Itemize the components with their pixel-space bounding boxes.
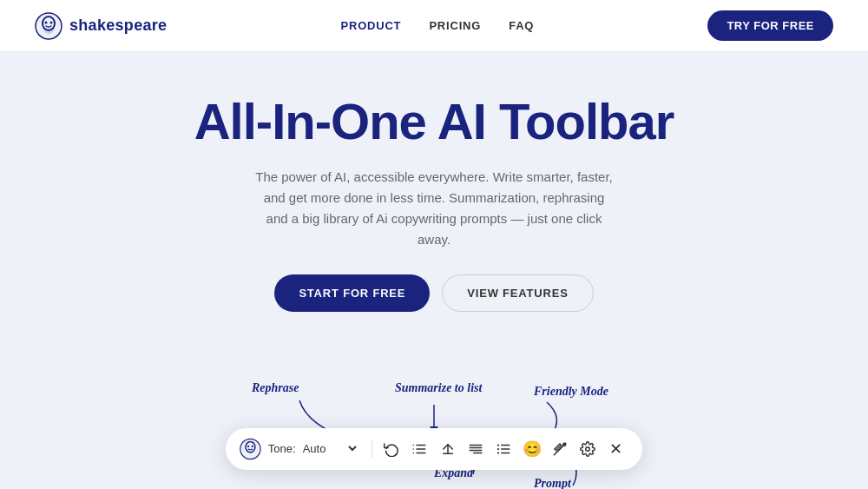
toolbar-divider-1	[372, 440, 372, 458]
annotation-friendly-mode: Friendly Mode	[534, 385, 608, 399]
svg-point-34	[586, 447, 590, 452]
expand-button[interactable]	[435, 435, 459, 463]
nav-link-product[interactable]: PRODUCT	[340, 19, 401, 32]
toolbar-logo-icon	[240, 437, 261, 461]
toolbar-bar: Tone: Auto Formal Casual Friendly	[226, 428, 642, 470]
nav-link-pricing[interactable]: PRICING	[429, 19, 481, 32]
logo-icon	[35, 12, 62, 40]
svg-point-29	[497, 448, 499, 450]
logo-text: shakespeare	[69, 17, 167, 35]
rephrase-button[interactable]	[379, 435, 404, 463]
start-for-free-button[interactable]: START FOR FREE	[274, 274, 430, 312]
close-button[interactable]: ✕	[604, 435, 628, 463]
svg-point-12	[247, 446, 249, 447]
svg-point-28	[497, 444, 499, 446]
toolbar-demo: Rephrase Summarize to list Friendly Mode…	[174, 357, 694, 489]
svg-point-2	[45, 21, 48, 23]
hero-subtitle: The power of AI, accessible everywhere. …	[252, 167, 616, 250]
hero-buttons: START FOR FREE VIEW FEATURES	[274, 274, 593, 312]
logo[interactable]: shakespeare	[35, 12, 167, 40]
prompt-button[interactable]	[548, 435, 572, 463]
annotation-rephrase: Rephrase	[252, 381, 299, 395]
svg-point-13	[252, 446, 253, 447]
navbar: shakespeare PRODUCT PRICING FAQ TRY FOR …	[0, 0, 868, 52]
nav-links: PRODUCT PRICING FAQ	[340, 19, 534, 32]
view-features-button[interactable]: VIEW FEATURES	[442, 274, 593, 312]
hero: All-In-One AI Toolbar The power of AI, a…	[0, 52, 868, 489]
tone-dropdown[interactable]: Auto Formal Casual Friendly	[299, 441, 359, 456]
annotation-prompt: Prompt	[534, 477, 571, 489]
svg-point-30	[497, 452, 499, 453]
try-for-free-button[interactable]: TRY FOR FREE	[707, 10, 833, 41]
summarize-to-list-button[interactable]	[407, 435, 431, 463]
tone-label: Tone:	[268, 442, 296, 455]
hero-title: All-In-One AI Toolbar	[194, 94, 674, 149]
nav-link-faq[interactable]: FAQ	[509, 19, 534, 32]
friendly-mode-button[interactable]: 😊	[520, 435, 544, 463]
bulleted-list-button[interactable]	[491, 435, 516, 463]
svg-point-3	[50, 21, 53, 23]
tone-selector[interactable]: Tone: Auto Formal Casual Friendly	[268, 441, 359, 456]
annotation-summarize-to-list: Summarize to list	[395, 381, 482, 395]
settings-button[interactable]	[575, 435, 600, 463]
summarize-button[interactable]	[464, 435, 488, 463]
